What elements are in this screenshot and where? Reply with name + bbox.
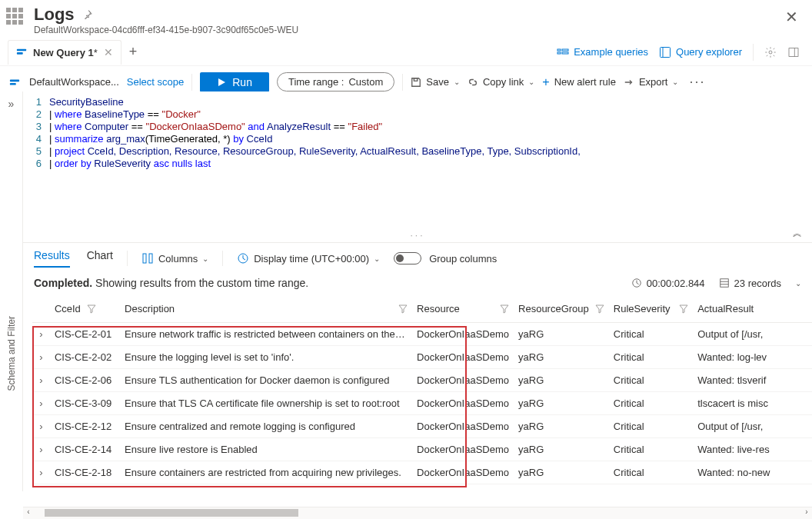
filter-icon[interactable] — [398, 304, 408, 314]
cell-ruleseverity: Critical — [609, 438, 693, 461]
scope-name: DefaultWorkspace... — [29, 76, 119, 88]
cell-resource: DockerOnIaaSDemo — [412, 461, 514, 484]
new-alert-button[interactable]: +New alert rule — [542, 76, 616, 88]
table-row[interactable]: ›CIS-CE-2-01Ensure network traffic is re… — [32, 323, 812, 346]
cell-cceid: CIS-CE-2-14 — [50, 438, 120, 461]
add-tab-button[interactable]: + — [121, 44, 145, 60]
filter-icon[interactable] — [679, 304, 688, 314]
waffle-icon[interactable] — [6, 8, 28, 29]
close-icon[interactable]: ✕ — [785, 5, 803, 26]
th-actualresult[interactable]: ActualResult — [697, 303, 754, 314]
cell-actualresult: Wanted: tlsverif — [693, 369, 812, 392]
filter-icon[interactable] — [500, 304, 509, 314]
select-scope-link[interactable]: Select scope — [127, 76, 184, 88]
expand-row-icon[interactable]: › — [32, 415, 50, 438]
table-row[interactable]: ›CIS-CE-2-18Ensure containers are restri… — [32, 461, 812, 484]
group-columns-label: Group columns — [429, 253, 497, 264]
th-ruleseverity[interactable]: RuleSeverity — [614, 303, 671, 314]
results-table-wrap: CceId Description Resource ResourceGroup… — [23, 295, 812, 507]
time-range-picker[interactable]: Time range : Custom — [277, 72, 394, 91]
example-queries-link[interactable]: Example queries — [557, 46, 648, 58]
expand-row-icon[interactable]: › — [32, 369, 50, 392]
collapse-editor-icon[interactable]: ︽ — [793, 227, 804, 240]
cell-resource: DockerOnIaaSDemo — [412, 369, 514, 392]
expand-row-icon[interactable]: › — [32, 346, 50, 369]
scope-icon — [8, 77, 22, 88]
horizontal-scrollbar[interactable]: ‹› — [23, 507, 812, 519]
columns-button[interactable]: Columns⌄ — [141, 252, 208, 264]
svg-rect-14 — [143, 254, 146, 263]
cell-description: Ensure TLS authentication for Docker dae… — [120, 369, 412, 392]
expand-row-icon[interactable]: › — [32, 392, 50, 415]
pin-icon[interactable] — [82, 9, 93, 20]
copy-link-button[interactable]: Copy link⌄ — [468, 76, 534, 88]
display-time-picker[interactable]: Display time (UTC+00:00)⌄ — [237, 252, 380, 264]
svg-rect-0 — [17, 49, 26, 52]
export-button[interactable]: Export⌄ — [624, 76, 679, 88]
cell-actualresult: Wanted: live-res — [693, 438, 812, 461]
svg-rect-2 — [557, 49, 561, 51]
cell-description: Ensure live restore is Enabled — [120, 438, 412, 461]
expand-sidebar-icon[interactable]: » — [0, 91, 22, 116]
th-resourcegroup[interactable]: ResourceGroup — [518, 303, 589, 314]
cell-description: Ensure network traffic is restricted bet… — [120, 323, 412, 346]
th-resource[interactable]: Resource — [417, 303, 460, 314]
expand-row-icon[interactable]: › — [32, 461, 50, 484]
cell-resource: DockerOnIaaSDemo — [412, 392, 514, 415]
query-editor[interactable]: 1SecurityBaseline 2| where BaselineType … — [23, 91, 812, 227]
cell-ruleseverity: Critical — [609, 346, 693, 369]
cell-resource: DockerOnIaaSDemo — [412, 346, 514, 369]
main-area: 1SecurityBaseline 2| where BaselineType … — [23, 91, 812, 519]
close-tab-icon[interactable]: ✕ — [104, 46, 113, 58]
record-count: 23 records — [734, 278, 781, 289]
svg-rect-4 — [562, 49, 568, 51]
query-tab-icon — [16, 47, 27, 58]
cell-resource: DockerOnIaaSDemo — [412, 415, 514, 438]
expand-row-icon[interactable]: › — [32, 323, 50, 346]
save-button[interactable]: Save⌄ — [411, 76, 460, 88]
cell-resource: DockerOnIaaSDemo — [412, 323, 514, 346]
svg-rect-13 — [414, 78, 418, 81]
panel-icon[interactable] — [787, 46, 800, 58]
page-title: Logs — [34, 5, 75, 25]
group-columns-toggle[interactable] — [394, 252, 421, 264]
table-row[interactable]: ›CIS-CE-2-14Ensure live restore is Enabl… — [32, 438, 812, 461]
settings-icon[interactable] — [764, 46, 777, 58]
th-description[interactable]: Description — [125, 303, 175, 314]
svg-rect-3 — [557, 52, 561, 54]
cell-cceid: CIS-CE-3-09 — [50, 392, 120, 415]
run-button[interactable]: Run — [200, 72, 269, 92]
svg-rect-9 — [789, 48, 798, 56]
cell-cceid: CIS-CE-2-06 — [50, 369, 120, 392]
header-bar: Logs DefaultWorkspace-04cd6fff-ef34-415e… — [0, 0, 812, 38]
cell-actualresult: Output of [/usr, — [693, 323, 812, 346]
status-row: Completed. Showing results from the cust… — [23, 271, 812, 295]
chart-tab[interactable]: Chart — [87, 249, 113, 268]
th-cceid[interactable]: CceId — [55, 303, 81, 314]
cell-ruleseverity: Critical — [609, 392, 693, 415]
cell-ruleseverity: Critical — [609, 415, 693, 438]
cell-actualresult: Wanted: no-new — [693, 461, 812, 484]
expand-row-icon[interactable]: › — [32, 438, 50, 461]
cell-resourcegroup: yaRG — [514, 392, 609, 415]
results-tab[interactable]: Results — [34, 249, 70, 268]
sidebar-collapsed: » Schema and Filter — [0, 91, 23, 491]
query-tab-active[interactable]: New Query 1* ✕ — [8, 40, 121, 65]
table-row[interactable]: ›CIS-CE-3-09Ensure that TLS CA certifica… — [32, 392, 812, 415]
table-row[interactable]: ›CIS-CE-2-06Ensure TLS authentication fo… — [32, 369, 812, 392]
cell-resourcegroup: yaRG — [514, 461, 609, 484]
results-chevron-icon[interactable]: ⌄ — [795, 279, 801, 288]
svg-rect-5 — [562, 52, 568, 54]
svg-rect-1 — [17, 52, 23, 55]
filter-icon[interactable] — [595, 304, 604, 314]
cell-cceid: CIS-CE-2-18 — [50, 461, 120, 484]
cell-description: Ensure that TLS CA certificate file owne… — [120, 392, 412, 415]
more-actions-button[interactable]: ··· — [686, 74, 708, 90]
resize-handle[interactable]: ··· ︽ — [23, 227, 812, 242]
cell-actualresult: Output of [/usr, — [693, 415, 812, 438]
filter-icon[interactable] — [87, 304, 96, 314]
query-explorer-link[interactable]: Query explorer — [659, 46, 742, 58]
table-row[interactable]: ›CIS-CE-2-02Ensure the logging level is … — [32, 346, 812, 369]
sidebar-label[interactable]: Schema and Filter — [6, 316, 17, 391]
table-row[interactable]: ›CIS-CE-2-12Ensure centralized and remot… — [32, 415, 812, 438]
